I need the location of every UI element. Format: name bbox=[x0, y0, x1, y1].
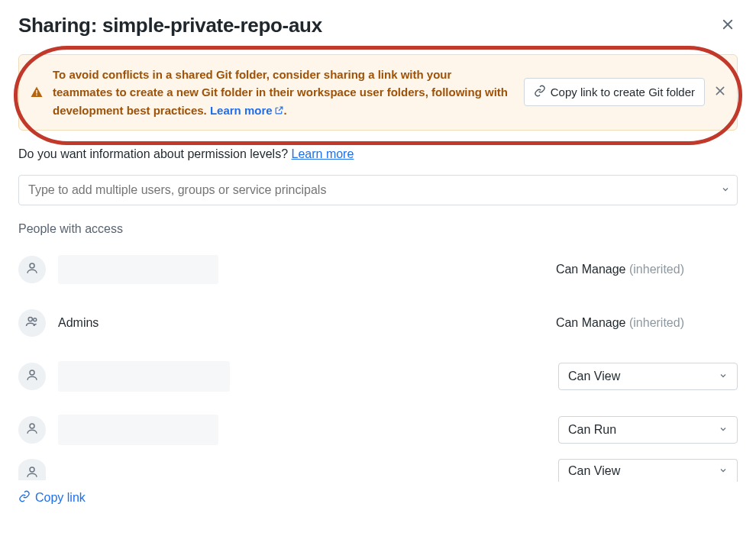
permission-learn-more-link[interactable]: Learn more bbox=[292, 147, 354, 160]
banner-learn-more-label: Learn more bbox=[210, 104, 273, 117]
principal-name-col bbox=[58, 255, 544, 284]
link-icon bbox=[534, 85, 546, 99]
external-link-icon bbox=[273, 104, 284, 117]
close-icon bbox=[721, 18, 735, 34]
copy-link-label: Copy link bbox=[35, 491, 86, 505]
principal-name: Admins bbox=[58, 316, 99, 330]
dialog-header: Sharing: simple-private-repo-aux bbox=[18, 14, 738, 37]
user-icon bbox=[25, 465, 39, 482]
warning-icon bbox=[30, 86, 44, 99]
permission-label: Can Manage bbox=[556, 263, 626, 276]
permission-select-value: Can View bbox=[568, 370, 620, 383]
permission-select[interactable]: Can View bbox=[558, 459, 738, 482]
access-row: Admins Can Manage (inherited) bbox=[18, 302, 738, 344]
user-icon bbox=[25, 368, 39, 385]
add-principals-input[interactable] bbox=[18, 175, 738, 205]
permission-text: Can Manage (inherited) bbox=[556, 263, 738, 276]
access-row: Can Manage (inherited) bbox=[18, 248, 738, 291]
sharing-dialog: Sharing: simple-private-repo-aux To avoi… bbox=[0, 0, 756, 536]
banner-learn-more-link[interactable]: Learn more bbox=[210, 104, 284, 117]
permission-info-line: Do you want information about permission… bbox=[18, 147, 738, 161]
avatar bbox=[18, 363, 46, 390]
close-icon bbox=[714, 85, 726, 100]
avatar bbox=[18, 459, 46, 480]
dialog-title: Sharing: simple-private-repo-aux bbox=[18, 14, 322, 37]
group-icon bbox=[25, 315, 39, 331]
link-icon bbox=[18, 490, 31, 505]
user-icon bbox=[25, 421, 39, 438]
permission-select[interactable]: Can Run bbox=[558, 416, 738, 444]
access-row: Can Run bbox=[18, 408, 738, 451]
svg-rect-2 bbox=[36, 90, 37, 94]
permission-inherited: (inherited) bbox=[626, 263, 684, 276]
permission-select-value: Can View bbox=[568, 464, 620, 478]
access-row: Can View bbox=[18, 355, 738, 398]
svg-point-10 bbox=[30, 424, 34, 428]
avatar bbox=[18, 309, 46, 337]
avatar bbox=[18, 256, 46, 283]
dialog-close-button[interactable] bbox=[718, 15, 738, 37]
user-icon bbox=[25, 261, 39, 278]
redacted-name bbox=[58, 255, 218, 284]
permission-text: Can Manage (inherited) bbox=[556, 316, 738, 330]
principal-name-col bbox=[58, 415, 546, 445]
copy-link-create-git-folder-button[interactable]: Copy link to create Git folder bbox=[524, 78, 705, 106]
banner-message: To avoid conflicts in a shared Git folde… bbox=[53, 66, 515, 119]
permission-info-text: Do you want information about permission… bbox=[18, 147, 292, 160]
chevron-down-icon bbox=[719, 370, 728, 383]
banner-button-label: Copy link to create Git folder bbox=[551, 86, 695, 98]
permission-select[interactable]: Can View bbox=[558, 363, 738, 390]
chevron-down-icon bbox=[719, 464, 728, 478]
redacted-name bbox=[58, 361, 230, 392]
svg-point-7 bbox=[28, 317, 32, 321]
svg-point-6 bbox=[30, 263, 34, 268]
people-with-access-label: People with access bbox=[18, 222, 738, 236]
permission-select-value: Can Run bbox=[568, 423, 616, 437]
banner-close-button[interactable] bbox=[714, 85, 726, 100]
permission-inherited: (inherited) bbox=[626, 316, 684, 329]
access-list: Can Manage (inherited) Admins Can Manage… bbox=[18, 248, 738, 482]
permission-label: Can Manage bbox=[556, 316, 626, 329]
add-principals-combobox[interactable] bbox=[18, 175, 738, 205]
avatar bbox=[18, 416, 46, 444]
principal-name-col: Admins bbox=[58, 316, 544, 330]
svg-point-11 bbox=[30, 467, 34, 472]
chevron-down-icon bbox=[719, 423, 728, 437]
principal-name-col bbox=[58, 361, 546, 392]
svg-point-9 bbox=[30, 370, 34, 375]
chevron-down-icon bbox=[721, 183, 730, 197]
svg-point-8 bbox=[34, 318, 37, 321]
banner-period: . bbox=[284, 104, 287, 117]
svg-rect-3 bbox=[36, 95, 37, 96]
git-folder-warning-banner: To avoid conflicts in a shared Git folde… bbox=[18, 54, 738, 131]
redacted-name bbox=[58, 415, 218, 445]
copy-link-button[interactable]: Copy link bbox=[18, 490, 86, 505]
access-row: Can View bbox=[18, 459, 738, 482]
